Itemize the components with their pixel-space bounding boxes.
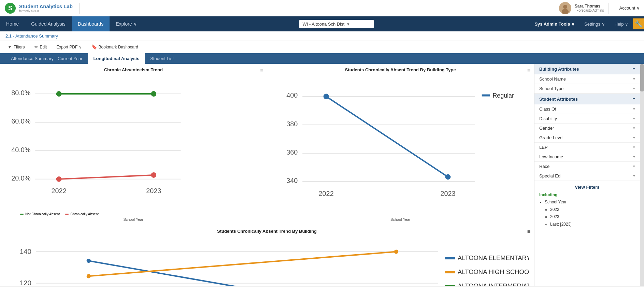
svg-point-18 (151, 172, 156, 178)
page-scrollbar-thumb[interactable] (640, 64, 644, 91)
wrench-icon[interactable]: 🔧 (633, 18, 644, 29)
svg-text:ALTOONA HIGH SCHOOL: ALTOONA HIGH SCHOOL (458, 268, 529, 275)
filters-button[interactable]: ▼ Filters (5, 43, 27, 51)
legend-dot-green (20, 214, 24, 215)
school-type-filter[interactable]: School Type ▾ (534, 84, 640, 94)
svg-text:2022: 2022 (318, 190, 333, 197)
bookmark-icon: 🔖 (91, 44, 97, 49)
tab-longitudinal-analysis[interactable]: Longitudinal Analysis (88, 53, 145, 64)
chart-menu-icon-1[interactable]: ≡ (260, 67, 263, 73)
by-building-type-x-label: School Year (272, 217, 529, 221)
logo-icon: S (4, 2, 16, 14)
nav-dashboards[interactable]: Dashboards (72, 16, 110, 31)
gender-filter[interactable]: Gender ▾ (534, 124, 640, 133)
chronic-absenteeism-title: Chronic Absenteeism Trend (5, 67, 262, 72)
settings-button[interactable]: Settings ∨ (579, 16, 610, 31)
chart-menu-icon-3[interactable]: ≡ (527, 229, 530, 235)
school-name-filter[interactable]: School Name ▾ (534, 74, 640, 84)
building-attributes-menu-icon[interactable]: ≡ (632, 67, 635, 72)
low-income-filter[interactable]: Low Income ▾ (534, 152, 640, 162)
chart-menu-icon-2[interactable]: ≡ (527, 67, 530, 73)
account-button[interactable]: Account ∨ (619, 5, 640, 11)
edit-icon: ✏ (34, 44, 38, 49)
export-pdf-button[interactable]: Export PDF ∨ (54, 43, 84, 51)
by-building-type-svg: 400 380 360 340 2022 2023 (272, 74, 529, 216)
nav-right: Sys Admin Tools ∨ Settings ∨ Help ∨ 🔧 (530, 16, 644, 31)
chronic-absenteeism-chart-area: 80.0% 60.0% 40.0% 20.0% 2022 2023 (5, 74, 262, 211)
by-building-type-chart-area: 400 380 360 340 2022 2023 (272, 74, 529, 216)
svg-rect-31 (482, 95, 490, 97)
building-attributes-header: Building Attributes ≡ (534, 64, 640, 74)
svg-text:340: 340 (286, 177, 298, 184)
svg-text:140: 140 (20, 247, 31, 255)
charts-area: Chronic Absenteeism Trend ≡ 80.0% 60.0% … (0, 64, 534, 286)
breadcrumb-bar: 2.1 - Attendance Summary (0, 31, 644, 41)
logo-area: S Student Analytics Lab formerly SALB (4, 2, 84, 14)
legend-dot-red (65, 214, 69, 215)
low-income-chevron-icon: ▾ (633, 155, 635, 159)
student-attributes-menu-icon[interactable]: ≡ (632, 97, 635, 102)
by-building-type-title: Students Chronically Absent Trend By Bui… (272, 67, 529, 72)
svg-point-29 (323, 94, 329, 99)
user-divider (609, 3, 609, 14)
svg-text:380: 380 (286, 120, 298, 128)
help-button[interactable]: Help ∨ (610, 16, 633, 31)
svg-point-4 (562, 9, 569, 14)
including-label: Including (539, 192, 635, 197)
nav-guided-analysis[interactable]: Guided Analysis (25, 16, 71, 31)
legend-not-chronically-absent: Not Chronically Absent (20, 212, 60, 216)
student-attributes-section: Student Attributes ≡ Class Of ▾ Disabili… (534, 94, 640, 181)
svg-rect-55 (445, 257, 455, 259)
gender-chevron-icon: ▾ (633, 126, 635, 130)
edit-button[interactable]: ✏ Edit (32, 43, 49, 51)
logo-text-block: Student Analytics Lab formerly SALB (19, 3, 73, 13)
race-filter[interactable]: Race ▾ (534, 162, 640, 171)
logo-main: Student Analytics Lab (19, 3, 73, 9)
svg-rect-59 (445, 285, 455, 286)
filter-year-last: Last: [2023] (550, 221, 635, 228)
svg-point-3 (563, 5, 567, 9)
filter-year-2022: 2022 (550, 206, 635, 214)
sys-admin-tools-button[interactable]: Sys Admin Tools ∨ (530, 16, 579, 31)
svg-point-16 (151, 91, 156, 97)
district-selector[interactable]: WI - Altoona Sch Dist ▾ (299, 20, 374, 28)
grade-level-filter[interactable]: Grade Level ▾ (534, 133, 640, 143)
svg-point-30 (445, 174, 450, 180)
view-filters-title: View Filters (539, 185, 635, 190)
svg-text:400: 400 (286, 91, 298, 99)
tab-attendance-summary[interactable]: Attendance Summary - Current Year (5, 53, 88, 64)
disability-chevron-icon: ▾ (633, 116, 635, 121)
lep-filter[interactable]: LEP ▾ (534, 143, 640, 152)
tab-student-list[interactable]: Student List (145, 53, 179, 64)
bookmark-button[interactable]: 🔖 Bookmark Dashboard (89, 43, 140, 51)
svg-text:80.0%: 80.0% (11, 89, 30, 97)
disability-filter[interactable]: Disability ▾ (534, 114, 640, 124)
nav-home[interactable]: Home (0, 16, 25, 31)
special-ed-filter[interactable]: Special Ed ▾ (534, 171, 640, 181)
charts-top-row: Chronic Absenteeism Trend ≡ 80.0% 60.0% … (0, 64, 534, 225)
chronic-absenteeism-chart: Chronic Absenteeism Trend ≡ 80.0% 60.0% … (0, 64, 267, 225)
race-chevron-icon: ▾ (633, 164, 635, 169)
svg-text:40.0%: 40.0% (11, 146, 30, 154)
by-building-chart-area: 140 120 100 80 60 40 202 (5, 236, 529, 286)
page-scrollbar[interactable] (640, 64, 644, 286)
svg-text:2023: 2023 (146, 187, 161, 195)
svg-text:60.0%: 60.0% (11, 117, 30, 125)
svg-text:ALTOONA ELEMENTARY SCHOOL: ALTOONA ELEMENTARY SCHOOL (458, 254, 529, 261)
breadcrumb[interactable]: 2.1 - Attendance Summary (5, 33, 58, 39)
nav-explore[interactable]: Explore ∨ (110, 16, 143, 31)
right-panel: Building Attributes ≡ School Name ▾ Scho… (534, 64, 640, 286)
svg-text:360: 360 (286, 148, 298, 156)
svg-text:2023: 2023 (440, 190, 455, 197)
user-name: Sara Thomas (575, 4, 604, 9)
chronic-x-label: School Year (5, 217, 262, 221)
svg-point-47 (87, 259, 91, 263)
district-selector-wrapper[interactable]: WI - Altoona Sch Dist ▾ (295, 20, 378, 28)
svg-point-17 (56, 176, 62, 182)
user-area: Sara Thomas _Forecast5 Admins Account ∨ (559, 2, 640, 14)
class-of-filter[interactable]: Class Of ▾ (534, 104, 640, 114)
student-attributes-header: Student Attributes ≡ (534, 94, 640, 104)
svg-rect-57 (445, 271, 455, 273)
class-of-chevron-icon: ▾ (633, 107, 635, 111)
by-building-chart: Students Chronically Absent Trend By Bui… (0, 225, 534, 286)
